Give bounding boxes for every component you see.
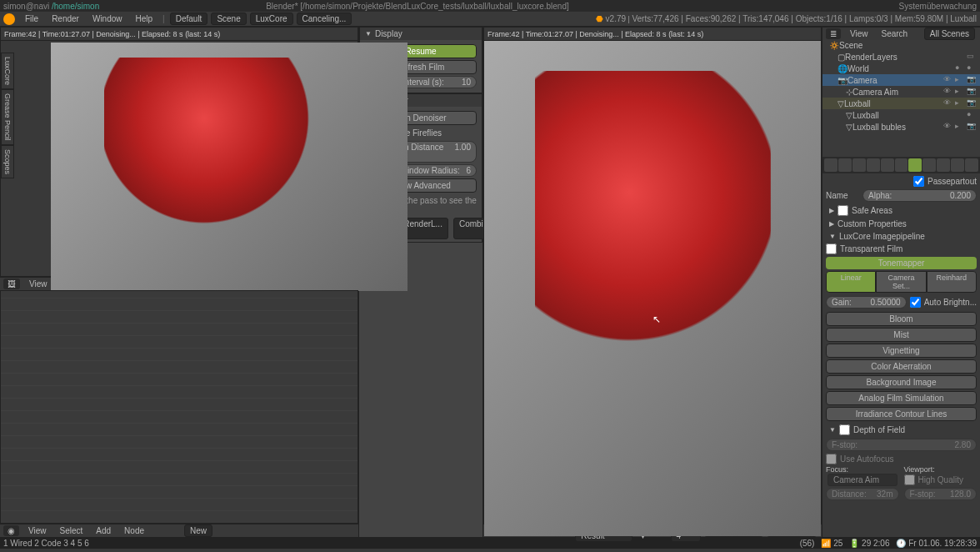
engine-dropdown[interactable]: LuxCore xyxy=(250,13,293,25)
cursor-icon: ↖ xyxy=(652,314,661,325)
property-panel-body: Passepartout Name Alpha:0.200 Safe Areas… xyxy=(822,173,980,504)
properties-tabs xyxy=(822,157,980,173)
analog-film-button[interactable]: Analog Film Simulation xyxy=(826,391,977,405)
status-count: (56) xyxy=(800,539,815,548)
arrow-icon[interactable]: ▸ xyxy=(955,75,965,85)
scene-dropdown[interactable]: Scene xyxy=(211,13,246,25)
viewport-label: Viewport: xyxy=(904,465,978,474)
color-aberration-button[interactable]: Color Aberration xyxy=(826,359,977,374)
mist-button[interactable]: Mist xyxy=(826,328,977,342)
transparent-film-check[interactable] xyxy=(826,243,837,254)
fstop-field[interactable]: F-stop:2.80 xyxy=(826,439,977,451)
prop-tab-render[interactable] xyxy=(824,158,838,172)
passepartout-check[interactable] xyxy=(913,176,924,187)
image-editor-top[interactable]: Frame:42 | Time:01:27.07 | Denoising... … xyxy=(0,27,358,277)
restrict-icon[interactable]: ▭ xyxy=(967,52,977,62)
bloom-button[interactable]: Bloom xyxy=(826,312,977,326)
app-menubar: File Render Window Help | Default Scene … xyxy=(0,12,980,27)
outliner-item-luxball[interactable]: ▽ Luxball👁▸📷 xyxy=(822,98,980,109)
menu-help[interactable]: Help xyxy=(129,14,160,23)
outliner-type-icon[interactable]: ≣ xyxy=(826,28,841,39)
render-preview-small xyxy=(51,43,408,291)
new-nodetree-button[interactable]: New xyxy=(184,524,212,537)
sys-monitor-label: Systemüberwachung xyxy=(899,2,977,11)
uv-editor[interactable] xyxy=(0,290,358,524)
render-icon[interactable]: 📷 xyxy=(967,75,977,85)
viewport-fstop-field[interactable]: F-stop:128.0 xyxy=(904,488,978,500)
image-editor-main[interactable]: Frame:42 | Time:01:27.07 | Denoising... … xyxy=(483,27,822,524)
menu-file[interactable]: File xyxy=(18,14,45,23)
prop-tab-physics[interactable] xyxy=(965,158,978,172)
workspace-indicator[interactable]: 1 Wired 2 Code 3 4 5 6 xyxy=(3,539,89,548)
outliner-header: ≣ View Search All Scenes xyxy=(822,27,980,40)
luxcore-pipe-section[interactable]: LuxCore Imagepipeline xyxy=(826,230,977,243)
tonemap-reinhard-tab[interactable]: Reinhard xyxy=(927,271,977,293)
node-node-menu[interactable]: Node xyxy=(118,526,151,535)
menu-window[interactable]: Window xyxy=(86,14,129,23)
node-editor-icon[interactable]: ◉ xyxy=(3,525,19,536)
node-add-menu[interactable]: Add xyxy=(89,526,118,535)
node-view-menu[interactable]: View xyxy=(22,526,53,535)
alpha-field[interactable]: Alpha:0.200 xyxy=(862,189,977,202)
node-select-menu[interactable]: Select xyxy=(53,526,90,535)
outliner-item-world[interactable]: 🌐 World●● xyxy=(822,63,980,74)
name-label: Name xyxy=(826,191,859,200)
prop-tab-layers[interactable] xyxy=(838,158,852,172)
user-host-label: simon@navi xyxy=(3,2,49,11)
safe-areas-section[interactable]: Safe Areas xyxy=(826,203,977,218)
autofocus-check[interactable] xyxy=(826,454,837,464)
menu-render[interactable]: Render xyxy=(45,14,86,23)
outliner-tree[interactable]: 🔅 Scene ▢ RenderLayers▭ 🌐 World●● 📷 Came… xyxy=(822,40,980,157)
prop-tab-data[interactable] xyxy=(908,158,922,172)
outliner-item-camera[interactable]: 📷 Camera👁▸📷 xyxy=(822,74,980,86)
outliner-search-menu[interactable]: Search xyxy=(875,29,915,38)
render-status-pill: Canceling... xyxy=(297,13,352,25)
vtab-scopes[interactable]: Scopes xyxy=(1,145,14,178)
app-title: Blender* [/home/simon/Projekte/BlendLuxC… xyxy=(266,2,569,11)
distance-field[interactable]: Distance:32m xyxy=(826,488,899,500)
focus-object-field[interactable]: Camera Aim xyxy=(828,474,898,486)
view-menu[interactable]: View xyxy=(22,279,54,289)
tonemap-camera-tab[interactable]: Camera Set... xyxy=(876,271,926,293)
dof-section[interactable]: Depth of Field xyxy=(826,423,977,437)
outliner-item-renderlayers[interactable]: ▢ RenderLayers▭ xyxy=(822,51,980,63)
os-status-bar: 1 Wired 2 Code 3 4 5 6 (56) 📶 25 🔋 29 2:… xyxy=(0,537,980,549)
outliner-item-camera-aim[interactable]: ⊹ Camera Aim👁▸📷 xyxy=(822,86,980,98)
irradiance-contour-button[interactable]: Irradiance Contour Lines xyxy=(826,407,977,421)
tonemapper-header[interactable]: Tonemapper xyxy=(826,257,977,269)
prop-tab-scene[interactable] xyxy=(852,158,866,172)
prop-tab-constraint[interactable] xyxy=(895,158,908,172)
blender-logo-icon xyxy=(3,13,15,25)
custom-props-section[interactable]: Custom Properties xyxy=(826,218,977,230)
tonemap-linear-tab[interactable]: Linear xyxy=(826,271,876,293)
status-temp: 🔋 29 2:06 xyxy=(849,539,889,548)
outliner-filter-dropdown[interactable]: All Scenes xyxy=(924,28,975,40)
outliner-item-scene[interactable]: 🔅 Scene xyxy=(822,40,980,51)
outliner-item-luxball-bubles[interactable]: ▽ Luxball bubles👁▸📷 xyxy=(822,121,980,133)
vignetting-button[interactable]: Vignetting xyxy=(826,344,977,358)
vtab-luxcore[interactable]: LuxCore xyxy=(1,53,14,89)
display-panel-header[interactable]: Display xyxy=(360,28,482,40)
prop-tab-world[interactable] xyxy=(867,158,880,172)
outliner-view-menu[interactable]: View xyxy=(843,29,875,38)
path-label: /home/simon xyxy=(52,2,99,11)
outliner-item-luxball-mesh[interactable]: ▽ Luxball● xyxy=(822,109,980,121)
auto-brightness-check[interactable] xyxy=(910,297,921,308)
eye-icon[interactable]: 👁 xyxy=(943,75,953,85)
prop-tab-material[interactable] xyxy=(922,158,936,172)
node-editor-header: ◉ View Select Add Node New xyxy=(0,524,358,537)
vtab-left: LuxCore Grease Pencil Scopes xyxy=(1,53,14,178)
gain-field[interactable]: Gain:0.50000 xyxy=(826,296,907,309)
os-titlebar: simon@navi /home/simon Blender* [/home/s… xyxy=(0,0,980,12)
focus-label: Focus: xyxy=(826,465,899,474)
prop-tab-particles[interactable] xyxy=(951,158,964,172)
prop-tab-object[interactable] xyxy=(881,158,894,172)
editor-type-icon[interactable]: 🖼 xyxy=(3,279,20,289)
prop-tab-texture[interactable] xyxy=(937,158,950,172)
background-image-button[interactable]: Background Image xyxy=(826,375,977,389)
layout-dropdown[interactable]: Default xyxy=(170,13,208,25)
render-preview-large: ↖ xyxy=(484,41,821,536)
vtab-grease-pencil[interactable]: Grease Pencil xyxy=(1,89,14,145)
uv-grid-background xyxy=(1,291,358,523)
high-quality-check[interactable] xyxy=(904,474,915,485)
